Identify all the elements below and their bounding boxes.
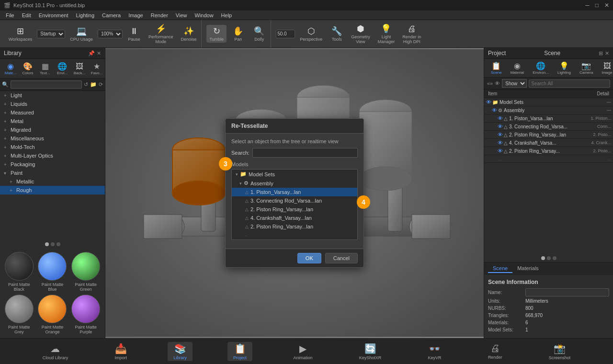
tree-item-migrated[interactable]: +Migrated (0, 125, 105, 134)
keyshotxr-button[interactable]: 🔄 KeyShotXR (353, 342, 387, 361)
scene-tab-lighting[interactable]: 💡 Lighting (554, 60, 575, 76)
scene-tab-environment[interactable]: 🌐 Environ... (529, 60, 553, 76)
library-close-icon[interactable]: ✕ (97, 50, 101, 57)
library-pin-icon[interactable]: 📌 (88, 50, 95, 57)
panel-expand-icon[interactable]: ⊞ (599, 50, 603, 57)
dialog-tree-assembly[interactable]: ▾ ⚙ Assembly (232, 179, 357, 188)
close-button[interactable]: ✕ (604, 2, 609, 9)
workspaces-button[interactable]: ⊞ Workspaces (6, 25, 35, 43)
tree-item-liquids[interactable]: +Liquids (0, 100, 105, 108)
bottom-tab-materials[interactable]: Materials (512, 264, 544, 273)
material-paint-purple[interactable]: Paint Matte Purple (70, 295, 101, 334)
dialog-tree-rod[interactable]: △ 3. Connecting Rod_Varsa...lan (232, 196, 357, 205)
minimize-button[interactable]: ─ (585, 2, 590, 9)
tree-item-light[interactable]: +Light (0, 91, 105, 100)
screenshot-button[interactable]: 📸 Screenshot (543, 342, 577, 361)
menu-help[interactable]: Help (217, 11, 236, 20)
library-button[interactable]: 📚 Library (168, 342, 193, 361)
dialog-tree-modelsets[interactable]: ▾ 📁 Model Sets (232, 170, 357, 179)
menu-lighting[interactable]: Lighting (72, 11, 98, 20)
menu-view[interactable]: View (172, 11, 191, 20)
material-paint-black[interactable]: Paint Matte Black (4, 252, 34, 292)
material-paint-blue[interactable]: Paint Matte Blue (37, 252, 68, 292)
tree-item-metal[interactable]: +Metal (0, 117, 105, 125)
zoom-select[interactable]: 100% (98, 30, 123, 38)
scene-item-more[interactable]: ... ... (484, 155, 613, 163)
menu-image[interactable]: Image (125, 11, 147, 20)
dialog-tree-piston1[interactable]: △ 1. Piston_Varsay...lan (232, 188, 357, 196)
material-paint-green[interactable]: Paint Matte Green (70, 252, 101, 292)
scene-item-piston1[interactable]: 👁 △ 1. Piston_Varsa...lan 1. Piston... (484, 114, 613, 123)
tumble-button[interactable]: ↻ Tumble (206, 25, 227, 43)
scene-item-ring2[interactable]: 👁 △ 2. Piston Ring_Varsay... 2. Pisto... (484, 147, 613, 155)
scene-view-icon[interactable]: 👁 (495, 80, 500, 86)
dialog-tree-crankshaft[interactable]: △ 4. Crankshaft_Varsay...lan (232, 214, 357, 222)
scene-dot-1[interactable] (541, 256, 545, 260)
tree-item-paint[interactable]: ▾Paint (0, 169, 105, 177)
tools-button[interactable]: 🔧 Tools (327, 25, 346, 43)
menu-window[interactable]: Window (191, 11, 217, 20)
dialog-tree-ring2[interactable]: △ 2. Piston Ring_Varsay...lan (232, 222, 357, 231)
keyvr-button[interactable]: 👓 KeyVR (422, 342, 447, 361)
dolly-button[interactable]: 🔍 Dolly (250, 25, 269, 43)
menu-render[interactable]: Render (147, 11, 172, 20)
menu-edit[interactable]: Edit (18, 11, 35, 20)
scene-tab-material[interactable]: ◉ Material (507, 60, 528, 76)
tree-item-miscellaneous[interactable]: +Miscellaneous (0, 134, 105, 143)
tab-backplates[interactable]: 🖼 Back... (72, 61, 87, 76)
tree-item-mold-tech[interactable]: +Mold-Tech (0, 143, 105, 151)
cpu-button[interactable]: 💻 CPU Usage (67, 25, 96, 43)
name-input[interactable] (525, 288, 609, 296)
performance-mode-button[interactable]: ⚡ PerformanceMode (146, 23, 176, 45)
dot-3[interactable] (57, 242, 60, 246)
import-button[interactable]: 📥 Import (109, 342, 133, 361)
tab-textures[interactable]: ▦ Text... (37, 61, 53, 76)
render-button[interactable]: 🖨 Render (482, 342, 508, 361)
fov-input[interactable] (276, 30, 295, 38)
viewport[interactable]: 3 4 Re-Tessellate Select an object from … (105, 48, 484, 338)
menu-environment[interactable]: Environment (35, 11, 72, 20)
dot-1[interactable] (45, 242, 49, 246)
scene-item-crankshaft[interactable]: 👁 △ 4. Crankshaft_Varsa... 4. Crank... (484, 139, 613, 147)
scene-dot-3[interactable] (553, 256, 556, 260)
denoise-button[interactable]: ✨ Denoise (178, 25, 199, 43)
scene-item-rod[interactable]: 👁 △ 3. Connecting Rod_Varsa... Conn... (484, 123, 613, 131)
menu-file[interactable]: File (2, 11, 18, 20)
geometry-view-button[interactable]: ⬢ GeometryView (348, 23, 373, 45)
tree-item-rough[interactable]: +Rough (0, 186, 105, 194)
render-high-dpi-button[interactable]: 🖨 Render inHigh DPI (399, 23, 424, 45)
ok-button[interactable]: OK (297, 253, 321, 263)
refresh-icon[interactable]: ⟳ (99, 81, 103, 88)
pan-button[interactable]: ✋ Pan (228, 25, 248, 43)
scene-tab-image[interactable]: 🖼 Image (598, 60, 613, 76)
scene-search-input[interactable] (529, 80, 610, 88)
perspective-button[interactable]: ⬡ Perspective (297, 25, 325, 43)
tree-item-measured[interactable]: +Measured (0, 108, 105, 117)
scene-tab-scene[interactable]: 📋 Scene (487, 60, 506, 76)
scene-item-ring1[interactable]: 👁 △ 2. Piston Ring_Varsay...lan 2. Pisto… (484, 131, 613, 139)
pause-button[interactable]: ⏸ Pause (125, 25, 144, 43)
menu-camera[interactable]: Camera (98, 11, 125, 20)
dialog-tree-ring1[interactable]: △ 2. Piston Ring_Varsay...lan (232, 205, 357, 214)
light-manager-button[interactable]: 💡 LightManager (375, 23, 398, 45)
material-paint-grey[interactable]: Paint Matte Grey (4, 295, 34, 334)
project-button[interactable]: 📋 Project (227, 342, 252, 361)
library-search-input[interactable] (11, 80, 82, 89)
workspace-select[interactable]: Startup (37, 30, 65, 38)
dot-2[interactable] (51, 242, 55, 246)
tab-colors[interactable]: 🎨 Colors (20, 61, 35, 76)
animation-button[interactable]: ▶ Animation (287, 342, 318, 361)
tree-item-metallic[interactable]: +Metallic (0, 177, 105, 186)
maximize-button[interactable]: □ (595, 2, 599, 9)
scene-dot-2[interactable] (547, 256, 551, 260)
collapse-icon[interactable]: «» (487, 80, 493, 86)
dialog-search-input[interactable] (252, 148, 358, 158)
show-select[interactable]: Show (502, 79, 527, 88)
material-paint-orange[interactable]: Paint Matte Orange (37, 295, 68, 334)
scene-tab-camera[interactable]: 📷 Camera (576, 60, 597, 76)
scene-item-modelsets[interactable]: 👁 📁 Model Sets — (484, 98, 613, 106)
cancel-button[interactable]: Cancel (325, 253, 358, 263)
tab-materials[interactable]: ◉ Mate... (3, 61, 18, 76)
bottom-tab-scene[interactable]: Scene (488, 264, 512, 273)
tree-item-multilayer[interactable]: +Multi-Layer Optics (0, 151, 105, 160)
